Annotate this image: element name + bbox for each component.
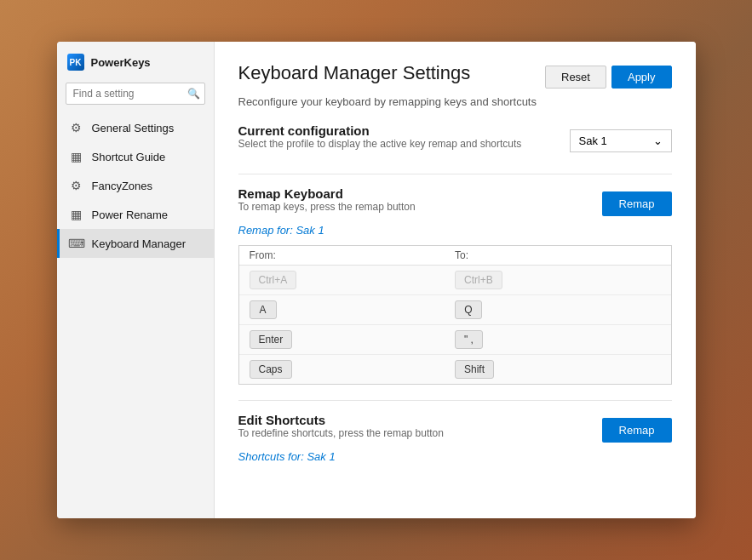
col-from-header: From: [250,249,456,261]
remap-for-label: Remap for: Sak 1 [238,224,672,237]
sidebar-item-label: Shortcut Guide [92,151,166,163]
shortcuts-header: Edit Shortcuts To redefine shortcuts, pr… [238,413,672,448]
app-logo: PK [67,54,84,71]
key-from: Caps [250,360,292,379]
sidebar-header: PK PowerKeys [57,42,214,79]
key-to: Ctrl+B [455,271,502,289]
key-to: " , [455,330,483,349]
key-from: A [250,300,277,319]
config-info: Current configuration Select the profile… [238,123,522,158]
shortcuts-remap-button[interactable]: Remap [602,418,672,443]
shortcuts-profile: Sak 1 [307,450,335,463]
reset-button[interactable]: Reset [545,66,606,89]
key-to-cell: Ctrl+B [455,271,661,289]
sidebar-item-power-rename[interactable]: ▦ Power Rename [57,200,214,229]
divider-1 [238,174,672,174]
apply-button[interactable]: Apply [611,66,672,89]
remap-button[interactable]: Remap [602,191,672,216]
key-to-cell: Shift [455,360,661,379]
sidebar: PK PowerKeys 🔍 ⚙ General Settings ▦ Shor… [57,42,215,518]
key-from-cell: Caps [250,360,456,379]
keyboard-icon: ⌨ [70,237,83,250]
sidebar-item-label: Power Rename [92,209,169,221]
main-content: Keyboard Manager Settings Reset Apply Re… [215,42,696,518]
key-from-cell: Ctrl+A [250,271,456,289]
table-row: A Q [239,295,671,325]
key-to: Shift [455,360,494,379]
remap-info: Remap Keyboard To remap keys, press the … [238,186,416,221]
key-from: Ctrl+A [250,271,297,289]
shortcuts-title: Edit Shortcuts [238,413,444,427]
remap-title: Remap Keyboard [238,186,416,201]
calendar-icon: ▦ [70,150,83,163]
divider-2 [238,400,672,401]
key-to: Q [455,300,482,319]
config-row: Current configuration Select the profile… [238,123,672,158]
search-container: 🔍 [66,83,205,105]
config-dropdown[interactable]: Sak 1 ⌄ [570,129,672,152]
table-row: Enter " , [239,325,671,355]
shortcuts-for-label: Shortcuts for: Sak 1 [238,450,672,463]
remap-section: Remap Keyboard To remap keys, press the … [238,186,672,385]
key-to-cell: " , [455,330,661,349]
page-subtitle: Reconfigure your keyboard by remapping k… [238,95,672,108]
sidebar-nav: ⚙ General Settings ▦ Shortcut Guide ⚙ Fa… [57,113,214,258]
config-section: Current configuration Select the profile… [238,123,672,158]
sidebar-item-shortcut-guide[interactable]: ▦ Shortcut Guide [57,142,214,171]
search-input[interactable] [66,83,205,105]
shortcuts-info: Edit Shortcuts To redefine shortcuts, pr… [238,413,444,448]
key-from: Enter [250,330,293,349]
remap-section-header: Remap Keyboard To remap keys, press the … [238,186,672,221]
config-title: Current configuration [238,123,522,138]
sidebar-item-general-settings[interactable]: ⚙ General Settings [57,113,214,142]
gear-icon: ⚙ [70,179,83,192]
remap-profile: Sak 1 [296,224,324,237]
config-desc: Select the profile to display the active… [238,138,522,150]
remap-table: From: To: Ctrl+A Ctrl+B A [238,245,672,385]
sidebar-item-label: General Settings [92,122,175,134]
page-title: Keyboard Manager Settings [238,62,471,84]
grid-icon: ▦ [70,208,83,221]
main-header: Keyboard Manager Settings Reset Apply [238,62,672,89]
key-from-cell: A [250,300,456,319]
dropdown-value: Sak 1 [579,134,607,147]
col-to-header: To: [455,249,661,261]
shortcuts-desc: To redefine shortcuts, press the remap b… [238,427,444,439]
sidebar-item-keyboard-manager[interactable]: ⌨ Keyboard Manager [57,229,214,258]
sidebar-item-fancy-zones[interactable]: ⚙ FancyZones [57,171,214,200]
sidebar-item-label: Keyboard Manager [92,237,187,250]
shortcuts-section: Edit Shortcuts To redefine shortcuts, pr… [238,413,672,463]
app-window: PK PowerKeys 🔍 ⚙ General Settings ▦ Shor… [57,42,696,518]
gear-icon: ⚙ [70,121,83,134]
remap-desc: To remap keys, press the remap button [238,201,416,213]
chevron-down-icon: ⌄ [653,134,663,147]
search-icon: 🔍 [187,88,200,100]
remap-column-headers: From: To: [239,246,671,266]
key-from-cell: Enter [250,330,456,349]
table-row: Caps Shift [239,355,671,384]
sidebar-item-label: FancyZones [92,180,153,192]
app-title: PowerKeys [91,56,151,69]
table-row: Ctrl+A Ctrl+B [239,266,671,295]
key-to-cell: Q [455,300,661,319]
header-buttons: Reset Apply [545,66,672,89]
